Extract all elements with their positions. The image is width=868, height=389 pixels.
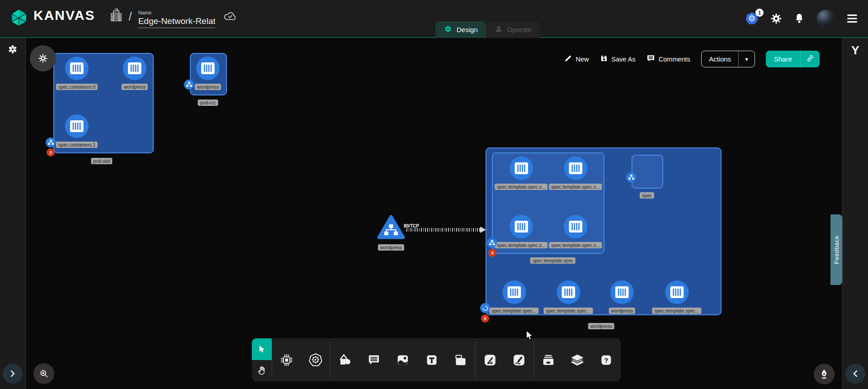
cloud-sync-icon bbox=[223, 11, 237, 23]
container-node-circle[interactable] bbox=[564, 157, 587, 180]
node-label: wordpress bbox=[378, 244, 404, 251]
pod-badge[interactable] bbox=[626, 172, 636, 182]
pen-nib-button[interactable] bbox=[814, 364, 835, 384]
actions-dropdown-caret[interactable]: ▼ bbox=[738, 51, 755, 67]
kanvas-app: KANVAS / Name bbox=[0, 0, 868, 389]
zoom-in-button[interactable] bbox=[33, 363, 54, 384]
drawer-tool-button[interactable] bbox=[539, 351, 557, 369]
container-node-circle[interactable] bbox=[665, 280, 689, 304]
node-template-container[interactable]: spec.template.spec.s... bbox=[495, 157, 547, 190]
pen-tool-button[interactable] bbox=[481, 351, 499, 369]
node-wordpress-container[interactable]: wordpress bbox=[609, 280, 635, 314]
container-icon bbox=[615, 286, 629, 298]
notifications-bell-button[interactable] bbox=[794, 13, 805, 24]
shapes-tool-button[interactable] bbox=[336, 351, 354, 369]
design-name-input[interactable] bbox=[138, 16, 215, 28]
main: New Save As bbox=[0, 38, 868, 389]
node-wordpress-container[interactable]: wordpress bbox=[122, 57, 148, 90]
hamburger-menu-button[interactable] bbox=[846, 14, 858, 24]
freehand-draw-tool-button[interactable] bbox=[510, 351, 528, 369]
alert-count-badge[interactable]: 2 bbox=[47, 148, 55, 157]
node-template-container[interactable]: spec.template.spec... bbox=[489, 280, 538, 314]
container-node-circle[interactable] bbox=[557, 280, 580, 304]
node-template-container[interactable]: spec.template.spec... bbox=[543, 280, 593, 314]
node-wordpress-service[interactable]: wordpress bbox=[377, 214, 405, 251]
user-avatar[interactable] bbox=[816, 9, 835, 28]
node-spec-containers-0[interactable]: spec.containers.0 bbox=[56, 57, 98, 90]
pod-badge[interactable] bbox=[184, 80, 194, 90]
hand-icon bbox=[257, 365, 266, 375]
image-tool-icon bbox=[396, 353, 410, 367]
container-node-circle[interactable] bbox=[502, 280, 526, 304]
configuration-snowflake-button[interactable] bbox=[30, 45, 56, 71]
kubernetes-context-button[interactable]: 1 bbox=[745, 12, 759, 25]
container-icon bbox=[514, 221, 528, 232]
group-label: pod-rcc bbox=[198, 100, 218, 106]
settings-gear-button[interactable] bbox=[770, 13, 782, 24]
drawing-tools bbox=[476, 338, 533, 381]
y-icon[interactable]: Y bbox=[851, 43, 859, 57]
pod-badge[interactable] bbox=[487, 238, 497, 248]
text-tool-button[interactable] bbox=[423, 351, 441, 369]
expand-left-panel-button[interactable] bbox=[3, 364, 23, 384]
help-tool-button[interactable]: ? bbox=[597, 351, 615, 369]
alert-count-badge[interactable]: 3 bbox=[481, 314, 489, 323]
pointer-tool-button[interactable] bbox=[252, 338, 272, 360]
tab-design[interactable]: Design bbox=[435, 21, 486, 38]
alert-count-badge[interactable]: 3 bbox=[488, 249, 496, 257]
container-node-circle[interactable] bbox=[509, 157, 533, 180]
pan-tool-button[interactable] bbox=[252, 360, 272, 382]
node-label: spec.template.spec.s... bbox=[495, 242, 547, 248]
container-node-circle[interactable] bbox=[196, 57, 220, 80]
collapse-right-panel-button[interactable] bbox=[845, 364, 865, 384]
node-label: spec.template.spec... bbox=[543, 308, 593, 314]
save-as-button[interactable]: Save As bbox=[600, 54, 636, 64]
container-node-circle[interactable] bbox=[123, 57, 146, 80]
group-label: wordpress bbox=[588, 323, 614, 329]
tab-operate-label: Operate bbox=[507, 26, 532, 33]
node-wordpress-container[interactable]: wordpress bbox=[195, 57, 221, 90]
node-template-container[interactable]: spec.template.spec.s... bbox=[495, 215, 547, 248]
organization-icon[interactable] bbox=[110, 8, 122, 24]
components-chip-tool-button[interactable] bbox=[278, 351, 296, 369]
container-node-circle[interactable] bbox=[65, 114, 89, 138]
feedback-tab[interactable]: Feedback bbox=[830, 214, 842, 285]
actions-button[interactable]: Actions bbox=[702, 51, 738, 67]
node-template-container[interactable]: spec.template.spec... bbox=[652, 280, 701, 314]
note-tool-button[interactable] bbox=[452, 351, 470, 369]
pointer-icon bbox=[257, 344, 266, 354]
comment-tool-icon bbox=[367, 354, 381, 366]
text-tool-icon bbox=[425, 354, 438, 366]
edge-dashed-line bbox=[406, 228, 481, 232]
copy-link-button[interactable] bbox=[800, 51, 820, 67]
container-node-circle[interactable] bbox=[509, 215, 533, 238]
comment-tool-button[interactable] bbox=[365, 351, 383, 369]
kubernetes-tool-button[interactable] bbox=[307, 351, 325, 369]
brand[interactable]: KANVAS bbox=[10, 8, 95, 29]
node-label: spec.template.spec... bbox=[652, 308, 701, 314]
service-edge[interactable]: 80/TCP bbox=[406, 227, 486, 233]
group-spec[interactable] bbox=[632, 155, 663, 189]
pencil-icon bbox=[564, 54, 572, 64]
layers-tool-button[interactable] bbox=[568, 351, 586, 369]
pod-badge[interactable] bbox=[46, 138, 56, 147]
share-button[interactable]: Share bbox=[766, 51, 800, 67]
container-node-circle[interactable] bbox=[564, 215, 587, 238]
container-icon bbox=[569, 221, 582, 232]
tab-operate[interactable]: Operate bbox=[486, 21, 540, 38]
deployment-badge[interactable] bbox=[480, 303, 490, 313]
canvas-action-bar: New Save As bbox=[564, 51, 820, 67]
comments-button[interactable]: Comments bbox=[646, 54, 690, 64]
new-design-button[interactable]: New bbox=[564, 54, 589, 64]
left-rail bbox=[0, 38, 26, 389]
design-canvas[interactable]: New Save As bbox=[26, 38, 842, 389]
container-node-circle[interactable] bbox=[65, 57, 89, 80]
node-template-container[interactable]: spec.template.spec.s... bbox=[549, 157, 602, 190]
node-template-container[interactable]: spec.template.spec.s... bbox=[549, 215, 602, 248]
node-spec-containers-1[interactable]: spec.containers.1 bbox=[56, 114, 98, 148]
share-split-button: Share bbox=[766, 51, 820, 67]
image-tool-button[interactable] bbox=[394, 351, 412, 369]
node-label: spec.template.spec.s... bbox=[549, 242, 602, 248]
meshery-spinner-icon bbox=[7, 43, 19, 57]
container-node-circle[interactable] bbox=[610, 280, 634, 304]
